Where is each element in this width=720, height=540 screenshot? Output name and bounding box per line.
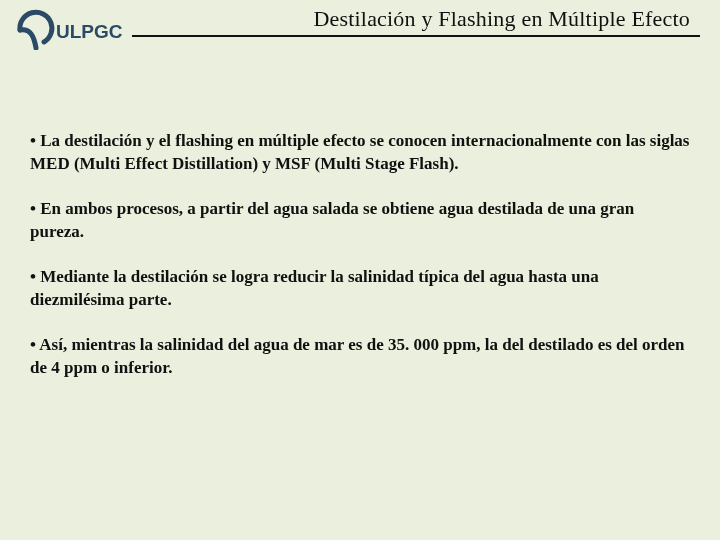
ulpgc-logo: ULPGC [14, 6, 129, 54]
bullet-marker: • [30, 131, 40, 150]
bullet-item: • En ambos procesos, a partir del agua s… [30, 198, 690, 244]
logo-icon: ULPGC [14, 6, 129, 50]
logo-text: ULPGC [56, 21, 123, 42]
bullet-item: • Así, mientras la salinidad del agua de… [30, 334, 690, 380]
bullet-marker: • [30, 267, 40, 286]
bullet-marker: • [30, 335, 39, 354]
title-underline [132, 35, 700, 37]
slide-body: • La destilación y el flashing en múltip… [0, 60, 720, 380]
slide-title: Destilación y Flashing en Múltiple Efect… [313, 6, 690, 32]
slide-header: ULPGC Destilación y Flashing en Múltiple… [0, 0, 720, 60]
bullet-text: Así, mientras la salinidad del agua de m… [30, 335, 685, 377]
bullet-text: Mediante la destilación se logra reducir… [30, 267, 599, 309]
bullet-text: La destilación y el flashing en múltiple… [30, 131, 689, 173]
bullet-item: • La destilación y el flashing en múltip… [30, 130, 690, 176]
bullet-item: • Mediante la destilación se logra reduc… [30, 266, 690, 312]
bullet-marker: • [30, 199, 40, 218]
bullet-text: En ambos procesos, a partir del agua sal… [30, 199, 634, 241]
